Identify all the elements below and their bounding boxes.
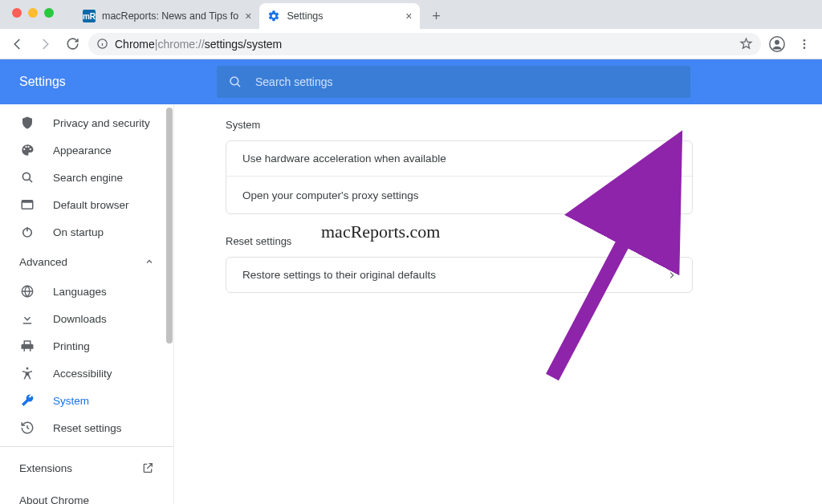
menu-button[interactable] bbox=[793, 33, 816, 55]
open-in-new-icon bbox=[661, 188, 676, 202]
sidebar-item-label: Downloads bbox=[53, 313, 107, 325]
favicon-settings bbox=[267, 10, 280, 22]
reset-card: Restore settings to their original defau… bbox=[226, 257, 693, 293]
system-section-title: System bbox=[226, 119, 822, 131]
favicon-macreports: mR bbox=[83, 10, 96, 22]
svg-point-3 bbox=[804, 39, 806, 42]
hw-accel-toggle[interactable] bbox=[649, 153, 676, 165]
extensions-label: Extensions bbox=[19, 462, 72, 474]
sidebar-item-on-startup[interactable]: On startup bbox=[0, 218, 173, 246]
address-bar[interactable]: Chrome | chrome://settings/system bbox=[88, 33, 761, 55]
url-text: Chrome | chrome://settings/system bbox=[115, 38, 282, 51]
browser-icon bbox=[19, 197, 35, 212]
tab-settings[interactable]: Settings × bbox=[259, 3, 420, 29]
sidebar-item-label: Reset settings bbox=[53, 422, 122, 434]
sidebar-item-label: Default browser bbox=[53, 199, 129, 211]
sidebar-item-label: Printing bbox=[53, 340, 90, 352]
bookmark-star-icon[interactable] bbox=[739, 37, 753, 51]
sidebar-item-privacy[interactable]: Privacy and security bbox=[0, 109, 173, 136]
close-tab-icon[interactable]: × bbox=[405, 10, 412, 22]
system-card: Use hardware acceleration when available… bbox=[226, 140, 693, 214]
open-in-new-icon bbox=[141, 461, 154, 474]
settings-search[interactable] bbox=[217, 66, 690, 98]
download-icon bbox=[19, 311, 35, 326]
restore-defaults-row[interactable]: Restore settings to their original defau… bbox=[226, 258, 692, 292]
svg-point-7 bbox=[22, 173, 30, 180]
svg-point-4 bbox=[804, 43, 806, 45]
settings-main: System Use hardware acceleration when av… bbox=[173, 104, 822, 504]
search-icon bbox=[228, 75, 242, 89]
back-button[interactable] bbox=[6, 33, 29, 55]
browser-tabs: mR macReports: News and Tips fo × Settin… bbox=[75, 0, 447, 29]
about-chrome-label: About Chrome bbox=[19, 494, 89, 505]
window-titlebar: mR macReports: News and Tips fo × Settin… bbox=[0, 0, 822, 29]
globe-icon bbox=[19, 284, 35, 299]
svg-point-2 bbox=[775, 39, 779, 44]
sidebar-item-search-engine[interactable]: Search engine bbox=[0, 164, 173, 191]
settings-header: Settings bbox=[0, 59, 822, 104]
sidebar-item-languages[interactable]: Languages bbox=[0, 278, 173, 305]
sidebar-item-label: System bbox=[53, 395, 89, 407]
site-info-icon bbox=[96, 38, 108, 50]
sidebar-item-accessibility[interactable]: Accessibility bbox=[0, 360, 173, 387]
sidebar-item-default-browser[interactable]: Default browser bbox=[0, 191, 173, 218]
tab-title: Settings bbox=[287, 10, 323, 22]
advanced-label: Advanced bbox=[19, 256, 67, 268]
maximize-window-button[interactable] bbox=[44, 8, 54, 18]
tab-macreports[interactable]: mR macReports: News and Tips fo × bbox=[75, 3, 259, 29]
reset-section-title: Reset settings bbox=[226, 235, 822, 247]
svg-point-5 bbox=[804, 47, 806, 49]
sidebar-item-printing[interactable]: Printing bbox=[0, 332, 173, 360]
hw-accel-label: Use hardware acceleration when available bbox=[242, 152, 446, 165]
sidebar-item-system[interactable]: System bbox=[0, 387, 173, 414]
sidebar-item-appearance[interactable]: Appearance bbox=[0, 136, 173, 164]
sidebar-item-label: On startup bbox=[53, 226, 104, 238]
chevron-right-icon bbox=[668, 271, 676, 279]
svg-point-12 bbox=[26, 368, 29, 370]
close-tab-icon[interactable]: × bbox=[245, 10, 251, 22]
svg-rect-9 bbox=[22, 201, 33, 203]
sidebar-item-downloads[interactable]: Downloads bbox=[0, 305, 173, 332]
sidebar-item-label: Accessibility bbox=[53, 368, 112, 380]
proxy-settings-row[interactable]: Open your computer's proxy settings bbox=[226, 176, 692, 213]
wrench-icon bbox=[19, 393, 35, 408]
restore-defaults-label: Restore settings to their original defau… bbox=[242, 269, 436, 281]
sidebar-item-label: Languages bbox=[53, 286, 107, 298]
forward-button[interactable] bbox=[34, 33, 56, 55]
reload-button[interactable] bbox=[61, 33, 83, 55]
watermark-text: macReports.com bbox=[321, 222, 440, 242]
minimize-window-button[interactable] bbox=[28, 8, 38, 18]
tab-title: macReports: News and Tips fo bbox=[102, 10, 238, 22]
window-controls bbox=[7, 0, 59, 29]
search-icon bbox=[19, 170, 35, 185]
close-window-button[interactable] bbox=[12, 8, 22, 18]
hw-accel-row[interactable]: Use hardware acceleration when available bbox=[226, 141, 692, 176]
new-tab-button[interactable]: + bbox=[425, 5, 447, 27]
sidebar-item-reset-settings[interactable]: Reset settings bbox=[0, 414, 173, 441]
sidebar-item-extensions[interactable]: Extensions bbox=[0, 452, 173, 484]
palette-icon bbox=[19, 143, 35, 157]
profile-button[interactable] bbox=[766, 33, 788, 55]
svg-point-6 bbox=[230, 77, 238, 85]
browser-toolbar: Chrome | chrome://settings/system bbox=[0, 29, 822, 59]
shield-icon bbox=[19, 116, 35, 130]
sidebar-scrollbar[interactable] bbox=[165, 108, 173, 501]
settings-search-input[interactable] bbox=[255, 75, 679, 88]
restore-icon bbox=[19, 421, 35, 435]
chevron-up-icon bbox=[144, 257, 154, 266]
power-icon bbox=[19, 225, 35, 239]
sidebar-item-label: Privacy and security bbox=[53, 117, 150, 129]
sidebar-item-about-chrome[interactable]: About Chrome bbox=[0, 484, 173, 504]
sidebar-item-label: Search engine bbox=[53, 172, 123, 184]
settings-title: Settings bbox=[19, 75, 217, 89]
sidebar-item-label: Appearance bbox=[53, 144, 112, 156]
sidebar-divider bbox=[0, 446, 173, 447]
proxy-settings-label: Open your computer's proxy settings bbox=[242, 189, 418, 201]
settings-sidebar: Privacy and security Appearance Search e… bbox=[0, 104, 173, 504]
printer-icon bbox=[19, 339, 35, 353]
accessibility-icon bbox=[19, 366, 35, 380]
sidebar-advanced-toggle[interactable]: Advanced bbox=[0, 246, 173, 278]
